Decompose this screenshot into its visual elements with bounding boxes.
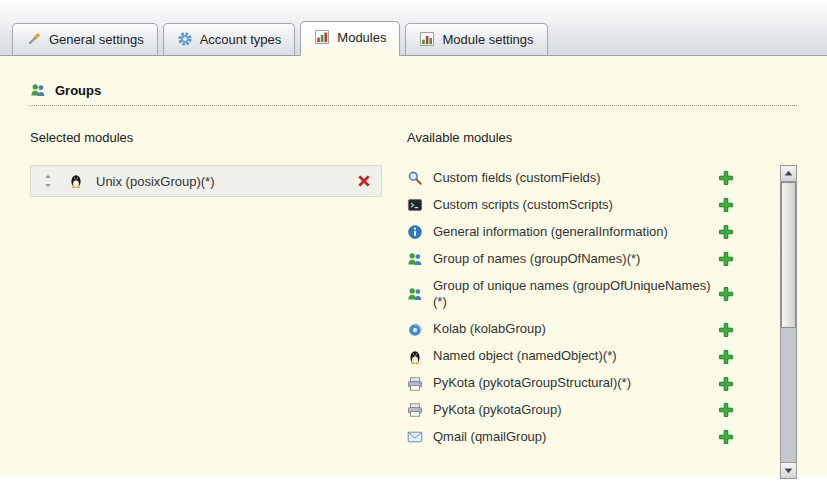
available-module-label: PyKota (pykotaGroupStructural)(*) bbox=[433, 375, 718, 392]
scrollbar-thumb[interactable] bbox=[781, 182, 796, 328]
add-module-button[interactable] bbox=[718, 224, 734, 240]
add-module-button[interactable] bbox=[718, 170, 734, 186]
kolab-icon bbox=[407, 322, 423, 338]
selected-module-label: Unix (posixGroup)(*) bbox=[96, 174, 356, 189]
content-area: Groups Selected modules bbox=[0, 56, 827, 476]
available-module-label: Group of unique names (groupOfUniqueName… bbox=[433, 278, 718, 312]
add-module-button[interactable] bbox=[718, 322, 734, 338]
available-module-label: Custom scripts (customScripts) bbox=[433, 197, 718, 214]
module-settings-icon bbox=[419, 31, 435, 47]
terminal-icon bbox=[407, 197, 423, 213]
section-title: Groups bbox=[55, 83, 101, 98]
available-module-label: Custom fields (customFields) bbox=[433, 170, 718, 187]
remove-module-button[interactable] bbox=[356, 173, 372, 189]
tab-label: General settings bbox=[49, 32, 144, 47]
available-module-label: General information (generalInformation) bbox=[433, 224, 718, 241]
available-module-row: Group of unique names (groupOfUniqueName… bbox=[407, 273, 768, 317]
mail-icon bbox=[407, 429, 423, 445]
magnifier-icon bbox=[407, 170, 423, 186]
lam-configuration-page: General settings Account types Modules bbox=[0, 0, 827, 486]
selected-modules-column: Selected modules Unix (posixGroup)(*) bbox=[30, 130, 382, 479]
scroll-up-button[interactable] bbox=[781, 166, 796, 182]
available-module-label: Kolab (kolabGroup) bbox=[433, 321, 718, 338]
available-module-label: PyKota (pykotaGroup) bbox=[433, 402, 718, 419]
tab-label: Modules bbox=[337, 30, 386, 45]
printer-icon bbox=[407, 402, 423, 418]
tools-icon bbox=[26, 31, 42, 47]
tab-label: Module settings bbox=[442, 32, 533, 47]
selected-modules-list: Unix (posixGroup)(*) bbox=[30, 165, 382, 197]
available-modules-heading: Available modules bbox=[407, 130, 797, 145]
section-header: Groups bbox=[30, 82, 797, 106]
tab[interactable]: General settings bbox=[12, 23, 158, 56]
available-modules-list: Custom fields (customFields) Custom bbox=[407, 165, 780, 479]
available-module-label: Group of names (groupOfNames)(*) bbox=[433, 251, 718, 268]
add-module-button[interactable] bbox=[718, 286, 734, 302]
add-module-button[interactable] bbox=[718, 429, 734, 445]
available-module-label: Named object (namedObject)(*) bbox=[433, 348, 718, 365]
available-module-row: Kolab (kolabGroup) bbox=[407, 316, 768, 343]
add-module-button[interactable] bbox=[718, 376, 734, 392]
modules-icon bbox=[314, 29, 330, 45]
group-icon bbox=[407, 251, 423, 267]
tab[interactable]: Account types bbox=[163, 23, 296, 56]
available-module-row: Qmail (qmailGroup) bbox=[407, 424, 768, 451]
tab-label: Account types bbox=[200, 32, 282, 47]
sort-handle-icon[interactable] bbox=[40, 173, 56, 189]
printer-icon bbox=[407, 376, 423, 392]
tux-icon bbox=[68, 173, 84, 189]
scrollbar-track[interactable] bbox=[781, 182, 796, 462]
modules-columns: Selected modules Unix (posixGroup)(*) bbox=[30, 130, 797, 479]
available-module-row: General information (generalInformation) bbox=[407, 219, 768, 246]
available-module-row: Named object (namedObject)(*) bbox=[407, 343, 768, 370]
tab-bar: General settings Account types Modules bbox=[0, 0, 827, 56]
scrollbar[interactable] bbox=[780, 165, 797, 479]
group-icon bbox=[30, 82, 46, 98]
available-module-row: Group of names (groupOfNames)(*) bbox=[407, 246, 768, 273]
add-module-button[interactable] bbox=[718, 349, 734, 365]
available-module-label: Qmail (qmailGroup) bbox=[433, 429, 718, 446]
tux-icon bbox=[407, 349, 423, 365]
available-modules-wrap: Custom fields (customFields) Custom bbox=[407, 165, 797, 479]
available-module-row: Custom fields (customFields) bbox=[407, 165, 768, 192]
gear-icon bbox=[177, 31, 193, 47]
info-icon bbox=[407, 224, 423, 240]
group-icon bbox=[407, 286, 423, 302]
add-module-button[interactable] bbox=[718, 251, 734, 267]
selected-modules-heading: Selected modules bbox=[30, 130, 382, 145]
available-modules-column: Available modules Custom fields (customF… bbox=[407, 130, 797, 479]
available-module-row: PyKota (pykotaGroupStructural)(*) bbox=[407, 370, 768, 397]
available-module-row: Custom scripts (customScripts) bbox=[407, 192, 768, 219]
available-module-row: PyKota (pykotaGroup) bbox=[407, 397, 768, 424]
add-module-button[interactable] bbox=[718, 402, 734, 418]
scroll-down-button[interactable] bbox=[781, 462, 796, 478]
tab[interactable]: Modules bbox=[300, 21, 400, 56]
selected-module-row: Unix (posixGroup)(*) bbox=[30, 165, 382, 197]
add-module-button[interactable] bbox=[718, 197, 734, 213]
tab[interactable]: Module settings bbox=[405, 23, 547, 56]
